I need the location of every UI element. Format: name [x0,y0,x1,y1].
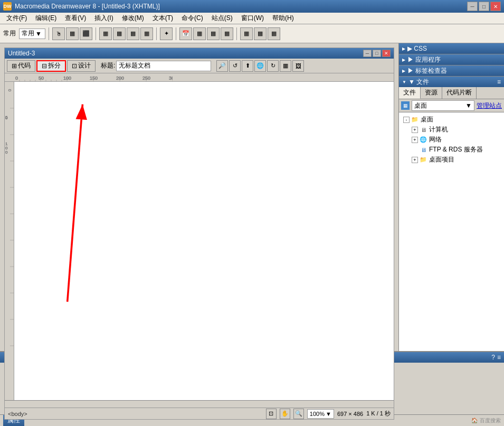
ftp-icon: 🖥 [419,146,427,154]
view-design-button[interactable]: ⊡ 设计 [67,60,96,72]
maximize-button[interactable]: □ [479,2,489,11]
css-panel-header[interactable]: ▶ ▶ CSS [399,43,504,54]
tree-item-ftp[interactable]: 🖥 FTP & RDS 服务器 [399,145,504,155]
toolbar-separator-5 [236,27,237,40]
doc-tool-7[interactable]: 🖼 [292,60,304,72]
svg-text:300: 300 [169,75,173,81]
network-icon: 🌐 [419,136,427,144]
tab-resources[interactable]: 资源 [421,87,442,99]
toolbar-category-dropdown[interactable]: 常用 ▼ [19,29,45,39]
toolbar-btn-7[interactable]: ▦ [140,27,153,40]
manage-site-button[interactable]: 管理站点 [477,101,502,110]
hand-tool-icon[interactable]: ✋ [280,409,290,419]
zoom-tool-icon[interactable]: 🔍 [293,409,304,419]
tags-panel-section: ▶ ▶ 标签检查器 [399,65,504,77]
doc-minimize-button[interactable]: ─ [363,50,372,57]
tags-panel-header[interactable]: ▶ ▶ 标签检查器 [399,65,504,76]
help-icon[interactable]: ? [491,354,495,361]
svg-text:150: 150 [90,75,98,81]
view-code-button[interactable]: ⊞ 代码 [7,60,35,72]
menu-view[interactable]: 查看(V) [61,13,90,24]
menu-text[interactable]: 文本(T) [148,13,177,24]
apps-panel-header[interactable]: ▶ ▶ 应用程序 [399,54,504,65]
doc-tool-6[interactable]: ▦ [280,60,291,72]
toolbar-btn-6[interactable]: ▦ [127,27,139,40]
doc-tool-2[interactable]: ↺ [229,60,241,72]
menu-file[interactable]: 文件(F) [2,13,31,24]
doc-close-button[interactable]: ✕ [382,50,391,57]
files-arrow-icon: ▼ [402,80,406,84]
menu-modify[interactable]: 修改(M) [118,13,148,24]
page-title-input[interactable] [116,61,211,71]
expand-desktop-icon[interactable]: - [403,117,410,123]
files-menu-icon[interactable]: ≡ [497,78,501,86]
expand-network-icon[interactable]: + [412,137,418,143]
tree-item-desktop-items[interactable]: + 📁 桌面项目 [399,155,504,165]
design-icon: ⊡ [72,62,77,70]
horizontal-ruler: 0 50 100 150 200 250 300 [5,73,394,82]
menu-command[interactable]: 命令(C) [177,13,207,24]
design-canvas[interactable] [14,82,394,400]
horizontal-scrollbar[interactable] [5,400,394,408]
toolbar-btn-8[interactable]: ✦ [160,27,173,40]
svg-text:0: 0 [5,150,8,155]
document-window: Untitled-3 ─ □ ✕ ⊞ 代码 ⊟ 拆分 ⊡ [4,48,394,420]
title-bar-left: DW Macromedia Dreamweaver 8 - [Untitled-… [3,2,160,11]
window-title: Macromedia Dreamweaver 8 - [Untitled-3 (… [15,3,160,10]
main-content-area: Untitled-3 ─ □ ✕ ⊞ 代码 ⊟ 拆分 ⊡ [0,43,398,351]
doc-tool-3[interactable]: ⬆ [242,60,253,72]
tree-label-network: 网络 [429,135,442,144]
toolbar-btn-5[interactable]: ▦ [113,27,126,40]
properties-menu-icon[interactable]: ≡ [497,354,501,361]
tree-item-desktop[interactable]: - 📁 桌面 [399,115,504,125]
content-wrapper: 0 5 0 1 0 0 [5,82,394,400]
toolbar-btn-13[interactable]: ▦ [240,27,253,40]
toolbar-btn-11[interactable]: ▦ [207,27,220,40]
right-panel: ▶ ▶ CSS ▶ ▶ 应用程序 ▶ ▶ 标签检查器 [398,43,504,351]
doc-tool-1[interactable]: 🔎 [216,60,228,72]
toolbar-btn-12[interactable]: ▦ [221,27,233,40]
files-panel-header[interactable]: ▼ ▼ 文件 ≡ [399,77,504,87]
tree-item-computer[interactable]: + 🖥 计算机 [399,125,504,135]
tag-indicator: <body> [8,411,27,417]
toolbar-label: 常用 [3,29,16,38]
site-dropdown[interactable]: 桌面 ▼ [412,100,474,111]
toolbar-btn-10[interactable]: ▦ [193,27,206,40]
toolbar-btn-1[interactable]: 🖱 [52,27,65,40]
menu-insert[interactable]: 插入(I) [90,13,117,24]
toolbar-btn-9[interactable]: 📅 [179,27,192,40]
toolbar-btn-14[interactable]: ▦ [254,27,267,40]
menu-help[interactable]: 帮助(H) [268,13,298,24]
doc-tool-5[interactable]: ↻ [267,60,279,72]
select-tool-icon[interactable]: ⊡ [266,409,277,419]
toolbar-btn-2[interactable]: ▦ [66,27,79,40]
svg-text:0: 0 [5,116,8,120]
toolbar-btn-15[interactable]: ▦ [268,27,280,40]
view-split-button[interactable]: ⊟ 拆分 [36,60,66,72]
tab-files[interactable]: 文件 [399,87,421,99]
css-arrow-icon: ▶ [402,46,405,51]
expand-desktop-items-icon[interactable]: + [412,157,418,163]
close-button[interactable]: ✕ [490,2,501,11]
menu-site[interactable]: 站点(S) [207,13,237,24]
toolbar-separator-3 [156,27,157,40]
css-panel-section: ▶ ▶ CSS [399,43,504,54]
minimize-button[interactable]: ─ [467,2,478,11]
expand-computer-icon[interactable]: + [412,127,418,133]
tab-snippets[interactable]: 代码片断 [442,87,477,99]
toolbar-btn-4[interactable]: ▦ [99,27,112,40]
doc-maximize-button[interactable]: □ [373,50,381,57]
menu-window[interactable]: 窗口(W) [237,13,268,24]
zoom-level[interactable]: 100% ▼ [307,409,334,419]
menu-edit[interactable]: 编辑(E) [31,13,61,24]
folder-icon-desktop-items: 📁 [419,156,427,164]
file-tree: - 📁 桌面 + 🖥 计算机 + 🌐 网络 [399,112,504,351]
code-icon: ⊞ [12,62,17,70]
split-icon: ⊟ [42,62,47,70]
tree-label-desktop: 桌面 [421,115,433,124]
toolbar-btn-3[interactable]: ⬛ [80,27,92,40]
apps-arrow-icon: ▶ [402,58,405,62]
doc-tool-4[interactable]: 🌐 [254,60,266,72]
tree-item-network[interactable]: + 🌐 网络 [399,135,504,145]
doc-controls: ─ □ ✕ [363,50,391,57]
